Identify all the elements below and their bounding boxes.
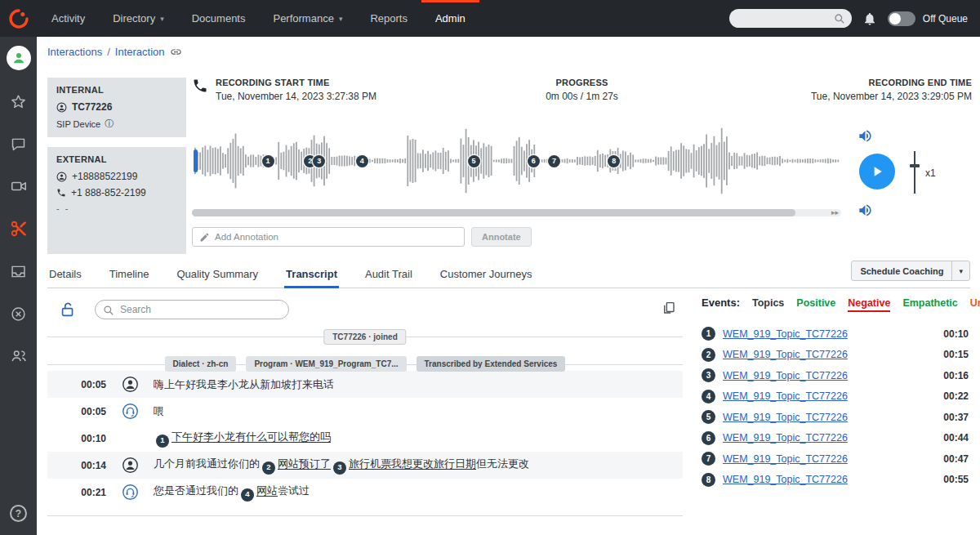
sidebar-item-inbox[interactable]: [0, 250, 37, 292]
sidebar-item-video[interactable]: [0, 165, 37, 207]
annotation-input[interactable]: [215, 232, 457, 242]
off-queue-toggle[interactable]: [888, 11, 915, 26]
event-topic-link[interactable]: WEM_919_Topic_TC77226: [723, 412, 848, 423]
tab-timeline[interactable]: Timeline: [108, 264, 151, 288]
info-icon[interactable]: ⓘ: [105, 118, 114, 130]
event-row: 5WEM_919_Topic_TC7722600:37: [700, 407, 980, 428]
speaker-top-icon[interactable]: [858, 128, 873, 147]
sidebar-item-chat[interactable]: [0, 123, 37, 165]
user-presence-icon: [11, 50, 27, 66]
event-topic-link[interactable]: WEM_919_Topic_TC77226: [723, 370, 848, 381]
tab-label: Audit Trail: [365, 268, 412, 280]
waveform[interactable]: 12345678: [192, 120, 841, 202]
tab-quality-summary[interactable]: Quality Summary: [175, 264, 260, 288]
waveform-scrollbar[interactable]: ▸▸: [192, 209, 841, 216]
topic-number-badge[interactable]: 4: [241, 488, 254, 502]
message-segment: 下午好李小龙有什么可以帮您的吗: [172, 430, 331, 443]
circle-x-icon: [10, 305, 27, 323]
external-number-formatted: +1 888-852-2199: [71, 187, 146, 198]
global-search[interactable]: [729, 9, 852, 28]
nav-item-label: Documents: [192, 12, 246, 25]
sidebar-item-disconnect[interactable]: [0, 292, 37, 335]
speed-slider-thumb[interactable]: [910, 164, 920, 167]
avatar[interactable]: [7, 46, 31, 70]
annotate-button[interactable]: Annotate: [471, 227, 532, 247]
nav-item-directory[interactable]: Directory▾: [99, 0, 178, 37]
help-icon[interactable]: ?: [10, 505, 27, 522]
event-filter-topics[interactable]: Topics: [752, 297, 784, 312]
message-speaker-cell: [106, 376, 154, 393]
agent-icon: [122, 484, 139, 501]
off-queue-label: Off Queue: [923, 13, 968, 25]
device-label: SIP Device: [56, 119, 100, 129]
play-button[interactable]: [859, 154, 895, 189]
schedule-coaching-button[interactable]: Schedule Coaching ▾: [851, 261, 970, 281]
nav-item-performance[interactable]: Performance▾: [259, 0, 356, 37]
event-topic-link[interactable]: WEM_919_Topic_TC77226: [723, 390, 848, 402]
event-topic-link[interactable]: WEM_919_Topic_TC77226: [723, 474, 848, 485]
lock-icon[interactable]: [59, 301, 77, 319]
dialect-chip: Dialect · zh-cn: [165, 356, 237, 372]
event-topic-link[interactable]: WEM_919_Topic_TC77226: [723, 328, 848, 340]
event-topic-link[interactable]: WEM_919_Topic_TC77226: [723, 453, 848, 465]
tab-label: Details: [49, 268, 82, 280]
waveform-topic-marker[interactable]: 7: [548, 155, 560, 167]
participants-panel: INTERNAL TC77226 SIP Device ⓘ EXTERNAL +…: [47, 78, 186, 264]
message-timestamp: 00:21: [47, 487, 106, 498]
waveform-topic-marker[interactable]: 5: [468, 155, 480, 167]
event-filter-unhappy[interactable]: Unhappy: [970, 297, 980, 312]
agent-icon: [122, 403, 139, 420]
speaker-bottom-icon[interactable]: [858, 203, 873, 221]
bell-icon[interactable]: [862, 11, 877, 26]
waveform-topic-marker[interactable]: 8: [608, 155, 620, 167]
annotation-inputbox[interactable]: [192, 227, 465, 247]
event-filter-negative[interactable]: Negative: [848, 297, 890, 312]
event-topic-link[interactable]: WEM_919_Topic_TC77226: [723, 349, 848, 360]
message-segment: 几个月前我通过你们的: [154, 457, 260, 470]
nav-item-activity[interactable]: Activity: [38, 0, 99, 37]
nav-item-documents[interactable]: Documents: [178, 0, 260, 37]
marker-number: 8: [612, 157, 616, 165]
genesys-logo-icon[interactable]: [0, 0, 38, 37]
speed-slider[interactable]: [914, 151, 915, 194]
waveform-topic-marker[interactable]: 6: [528, 155, 540, 167]
marker-number: 3: [317, 157, 321, 165]
waveform-topic-marker[interactable]: 3: [313, 155, 325, 167]
tab-transcript[interactable]: Transcript: [284, 264, 339, 288]
link-icon[interactable]: [170, 46, 182, 58]
waveform-topic-marker[interactable]: 1: [262, 155, 274, 167]
topic-number-badge[interactable]: 3: [333, 461, 346, 475]
event-topic-link[interactable]: WEM_919_Topic_TC77226: [723, 432, 848, 444]
nav-item-admin[interactable]: Admin: [421, 0, 479, 37]
waveform-topic-marker[interactable]: 4: [356, 155, 368, 167]
chevron-down-icon[interactable]: ▾: [952, 267, 969, 275]
transcript-message: 00:101下午好李小龙有什么可以帮您的吗: [47, 425, 683, 452]
event-time: 00:15: [943, 349, 969, 360]
sidebar-item-favorites[interactable]: [0, 80, 37, 123]
event-filter-positive[interactable]: Positive: [796, 297, 835, 312]
message-segment: 嗨上午好我是李小龙从新加坡打来电话: [154, 378, 334, 390]
playhead[interactable]: [194, 149, 198, 172]
events-header: Events: TopicsPositiveNegativeEmpathetic…: [700, 296, 980, 312]
breadcrumb-interactions-link[interactable]: Interactions: [47, 46, 102, 58]
event-filter-empathetic[interactable]: Empathetic: [902, 297, 957, 312]
copy-transcript-icon[interactable]: [662, 301, 676, 319]
tab-details[interactable]: Details: [47, 264, 83, 288]
topic-number-badge[interactable]: 2: [262, 461, 275, 475]
marker-number: 7: [552, 157, 556, 165]
nav-item-reports[interactable]: Reports: [356, 0, 421, 37]
sidebar-item-interactions-active[interactable]: [0, 207, 37, 250]
tab-customer-journeys[interactable]: Customer Journeys: [439, 264, 534, 288]
sidebar-item-contacts[interactable]: [0, 335, 37, 377]
message-timestamp: 00:05: [47, 379, 106, 390]
breadcrumb-interaction-current[interactable]: Interaction: [115, 46, 165, 58]
transcript-search[interactable]: [95, 300, 289, 319]
topic-number-badge[interactable]: 1: [156, 435, 169, 448]
chevron-down-icon: ▾: [339, 15, 343, 23]
scroll-right-icon[interactable]: ▸▸: [831, 209, 839, 216]
tab-audit-trail[interactable]: Audit Trail: [363, 264, 414, 288]
transcript-search-input[interactable]: [96, 301, 288, 319]
scrollbar-thumb[interactable]: [192, 209, 795, 216]
external-number-primary: +18888522199: [72, 171, 137, 182]
event-row: 3WEM_919_Topic_TC7722600:16: [700, 365, 980, 386]
